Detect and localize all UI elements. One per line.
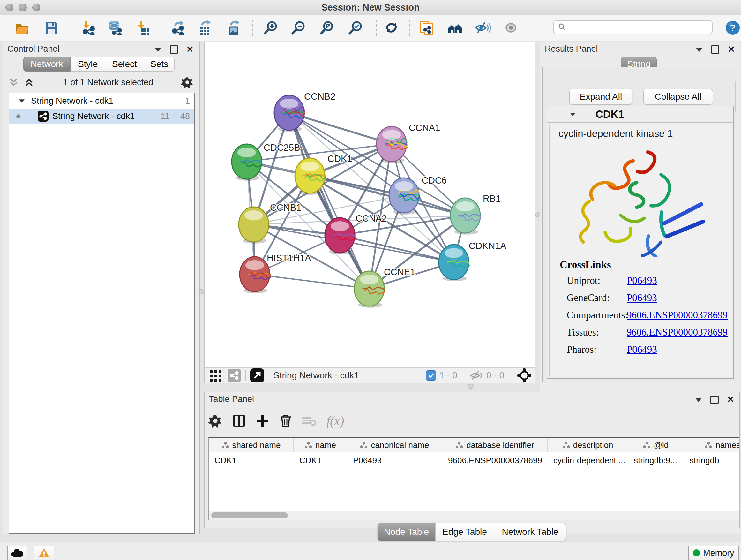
expand-all-networks-icon[interactable]: [24, 77, 36, 87]
table-cell[interactable]: cyclin-dependent ...: [548, 452, 628, 469]
selected-checkbox[interactable]: [426, 370, 436, 381]
column-header[interactable]: database identifier: [442, 438, 548, 452]
import-network-database-button[interactable]: [107, 20, 123, 36]
warnings-button[interactable]: [34, 546, 54, 560]
show-columns-icon[interactable]: [232, 414, 246, 428]
crosslink-link[interactable]: 9606.ENSP00000378699: [627, 327, 728, 338]
network-share-toggle-icon[interactable]: [227, 369, 241, 382]
import-network-file-button[interactable]: [80, 20, 96, 36]
crosslink-link[interactable]: P06493: [627, 344, 657, 355]
network-node-ccnb1[interactable]: [239, 207, 269, 244]
gene-section-header[interactable]: CDK1: [547, 106, 733, 123]
tab-style[interactable]: Style: [71, 57, 105, 71]
tab-network[interactable]: Network: [23, 57, 71, 71]
float-panel-icon[interactable]: [711, 395, 719, 404]
search-input[interactable]: [553, 20, 713, 34]
column-header[interactable]: @id: [628, 438, 684, 452]
export-network-button[interactable]: [171, 20, 187, 36]
column-header[interactable]: description: [548, 438, 628, 452]
tab-edge-table[interactable]: Edge Table: [435, 523, 494, 541]
preview-button[interactable]: [503, 20, 519, 36]
horizontal-splitter-handle[interactable]: [468, 384, 474, 388]
delete-column-trash-icon[interactable]: [279, 414, 292, 428]
close-panel-icon[interactable]: ✕: [727, 396, 734, 403]
tab-node-table[interactable]: Node Table: [378, 523, 435, 541]
scrollbar-thumb[interactable]: [211, 512, 288, 518]
right-splitter-handle[interactable]: [536, 212, 540, 217]
network-node-cdkn1a[interactable]: [439, 245, 469, 281]
network-canvas[interactable]: CCNB2CCNA1CDC25BCDK1CDC6RB1CCNB1CCNA2CDK…: [205, 42, 535, 368]
float-panel-icon[interactable]: [711, 45, 719, 54]
table-cell[interactable]: P06493: [347, 452, 442, 469]
network-from-clipboard-button[interactable]: [418, 20, 434, 36]
crosslink-row: Compartments:9606.ENSP00000378699: [567, 309, 726, 327]
tab-sets[interactable]: Sets: [144, 57, 175, 71]
table-cell[interactable]: stringdb: [684, 452, 739, 469]
network-node-rb1[interactable]: [450, 198, 481, 235]
float-panel-icon[interactable]: [170, 45, 178, 54]
close-panel-icon[interactable]: ✕: [186, 46, 194, 53]
cloud-status-button[interactable]: [7, 546, 27, 560]
table-cell[interactable]: CDK1: [209, 452, 293, 469]
birdseye-view-icon[interactable]: [250, 368, 264, 382]
left-splitter-handle[interactable]: [199, 289, 204, 294]
toolbar-separator: [252, 17, 253, 37]
network-row-selected[interactable]: String Network - cdk1 11 48: [9, 109, 194, 124]
column-header[interactable]: namespace: [684, 438, 739, 452]
tab-select[interactable]: Select: [105, 57, 144, 71]
collapse-section-icon[interactable]: [570, 112, 576, 116]
add-column-icon[interactable]: [256, 414, 270, 428]
fit-selected-crosshair-icon[interactable]: [517, 368, 532, 383]
apply-layout-button[interactable]: [383, 20, 399, 36]
table-cell[interactable]: 9606.ENSP00000378699: [442, 452, 548, 469]
column-type-icon: [562, 441, 570, 449]
panel-menu-icon[interactable]: [695, 398, 702, 402]
table-cell[interactable]: CDK1: [293, 452, 347, 469]
expand-all-button[interactable]: Expand All: [569, 89, 632, 105]
network-options-gear-icon[interactable]: [181, 76, 194, 89]
tab-network-table[interactable]: Network Table: [494, 523, 566, 541]
network-node-ccna1[interactable]: [377, 126, 407, 163]
grid-view-icon[interactable]: [209, 368, 223, 382]
zoom-in-button[interactable]: [263, 20, 279, 36]
collapse-all-networks-icon[interactable]: [9, 77, 20, 87]
network-node-cdc25b[interactable]: [232, 144, 262, 181]
network-edge[interactable]: [255, 274, 369, 289]
collapse-all-button[interactable]: Collapse All: [643, 89, 713, 105]
node-table[interactable]: shared namenamecanonical namedatabase id…: [208, 437, 739, 520]
zoom-selected-button[interactable]: [347, 20, 363, 36]
column-header[interactable]: canonical name: [347, 438, 442, 452]
save-session-button[interactable]: [44, 20, 59, 36]
export-image-button[interactable]: [226, 20, 242, 36]
network-node-ccnb2[interactable]: [274, 95, 305, 132]
zoom-out-button[interactable]: [290, 20, 307, 36]
show-home-panel-button[interactable]: [447, 20, 463, 36]
memory-button[interactable]: Memory: [688, 546, 739, 560]
network-edge[interactable]: [289, 113, 392, 144]
help-button[interactable]: ?: [725, 20, 741, 36]
table-options-gear-icon[interactable]: [208, 414, 222, 428]
horizontal-scrollbar[interactable]: [209, 510, 739, 520]
panel-menu-icon[interactable]: [696, 48, 703, 52]
crosslink-link[interactable]: 9606.ENSP00000378699: [627, 309, 728, 321]
edge-count: 48: [180, 111, 190, 121]
crosslink-link[interactable]: P06493: [627, 292, 657, 304]
table-row[interactable]: CDK1CDK1P064939606.ENSP00000378699cyclin…: [209, 452, 739, 469]
close-panel-icon[interactable]: ✕: [728, 46, 735, 53]
hide-unhide-button[interactable]: [475, 20, 491, 36]
column-header[interactable]: name: [293, 438, 347, 452]
export-table-button[interactable]: [197, 20, 213, 36]
network-node-ccne1[interactable]: [354, 271, 385, 308]
crosslink-link[interactable]: P06493: [627, 275, 657, 287]
column-header[interactable]: shared name: [209, 438, 293, 452]
network-node-hist1h1a[interactable]: [240, 257, 270, 294]
toolbar-separator: [409, 17, 410, 37]
collapse-collection-icon[interactable]: [19, 99, 24, 103]
panel-menu-icon[interactable]: [154, 48, 161, 52]
network-view[interactable]: CCNB2CCNA1CDC25BCDK1CDC6RB1CCNB1CCNA2CDK…: [204, 42, 536, 383]
zoom-fit-button[interactable]: [319, 20, 335, 36]
table-cell[interactable]: stringdb:9...: [628, 452, 684, 469]
import-table-button[interactable]: [135, 20, 151, 36]
network-collection-row[interactable]: String Network - cdk1 1: [9, 93, 194, 109]
open-session-button[interactable]: [14, 20, 30, 36]
